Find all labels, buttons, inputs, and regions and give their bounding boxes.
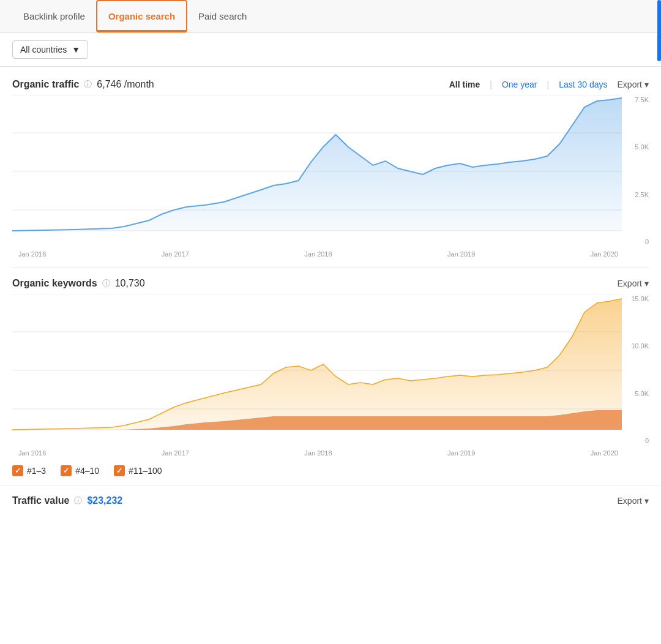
keywords-title: Organic keywords — [12, 278, 97, 289]
country-dropdown[interactable]: All countries ▼ — [12, 40, 88, 59]
tab-backlink[interactable]: Backlink profile — [12, 1, 96, 31]
tab-organic[interactable]: Organic search — [96, 0, 187, 32]
checkbox-icon-4-10: ✓ — [61, 465, 72, 476]
traffic-value-section: Traffic value ⓘ $23,232 Export ▾ — [0, 485, 661, 506]
keywords-x-axis: Jan 2016 Jan 2017 Jan 2018 Jan 2019 Jan … — [12, 447, 649, 457]
organic-keywords-section: Organic keywords ⓘ 10,730 Export ▾ — [0, 268, 661, 457]
time-year-btn[interactable]: One year — [502, 80, 537, 89]
keywords-value: 10,730 — [115, 278, 145, 289]
info-icon-traffic[interactable]: ⓘ — [84, 79, 92, 90]
checkbox-4-10[interactable]: ✓ #4–10 — [61, 465, 99, 476]
checkbox-icon-11-100: ✓ — [114, 465, 125, 476]
traffic-title-group: Traffic value ⓘ $23,232 — [12, 495, 122, 506]
traffic-chart-svg — [12, 95, 622, 248]
traffic-x-axis: Jan 2016 Jan 2017 Jan 2018 Jan 2019 Jan … — [12, 248, 649, 258]
keywords-export-btn[interactable]: Export ▾ — [618, 279, 649, 288]
organic-traffic-value: 6,746 /month — [97, 79, 154, 90]
traffic-chart-wrapper: 7.5K 5.0K 2.5K 0 Jan 2016 Jan 2017 Jan 2… — [12, 95, 649, 258]
export-chevron-icon-2: ▾ — [644, 279, 649, 288]
export-chevron-icon-3: ▾ — [644, 496, 649, 506]
keywords-chart-wrapper: 15.0K 10.0K 5.0K 0 Jan 2016 Jan 2017 Jan… — [12, 294, 649, 457]
keywords-y-axis: 15.0K 10.0K 5.0K 0 — [622, 294, 649, 447]
traffic-value-export-btn[interactable]: Export ▾ — [618, 496, 649, 506]
info-icon-keywords[interactable]: ⓘ — [102, 278, 110, 289]
filter-bar: All countries ▼ — [0, 33, 661, 67]
tab-bar: Backlink profile Organic search Paid sea… — [0, 0, 661, 33]
checkbox-1-3[interactable]: ✓ #1–3 — [12, 465, 46, 476]
traffic-value-title: Traffic value — [12, 495, 69, 506]
time-controls: All time | One year | Last 30 days Expor… — [449, 80, 649, 89]
time-30-btn[interactable]: Last 30 days — [559, 80, 607, 89]
organic-traffic-section: Organic traffic ⓘ 6,746 /month All time … — [0, 67, 661, 258]
checkbox-11-100[interactable]: ✓ #11–100 — [114, 465, 162, 476]
tab-paid[interactable]: Paid search — [187, 1, 258, 31]
scrollbar-indicator[interactable] — [657, 0, 661, 61]
keyword-rank-filters: ✓ #1–3 ✓ #4–10 ✓ #11–100 — [0, 457, 661, 485]
export-chevron-icon: ▾ — [644, 80, 649, 89]
time-all-btn[interactable]: All time — [449, 80, 480, 89]
checkbox-icon-1-3: ✓ — [12, 465, 23, 476]
traffic-y-axis: 7.5K 5.0K 2.5K 0 — [622, 95, 649, 248]
chevron-down-icon: ▼ — [72, 45, 80, 54]
organic-traffic-title: Organic traffic — [12, 79, 79, 90]
info-icon-traffic-value[interactable]: ⓘ — [74, 495, 82, 506]
keywords-chart-svg — [12, 294, 622, 447]
traffic-export-btn[interactable]: Export ▾ — [618, 80, 649, 89]
traffic-dollar-value: $23,232 — [87, 495, 122, 506]
